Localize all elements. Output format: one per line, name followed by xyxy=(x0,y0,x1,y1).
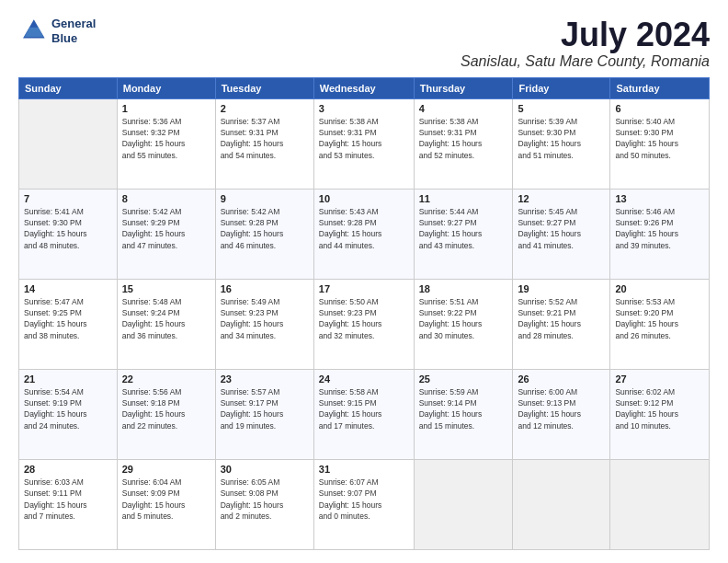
day-number: 17 xyxy=(319,283,409,294)
day-number: 18 xyxy=(419,283,508,294)
day-info: Sunrise: 5:37 AM Sunset: 9:31 PM Dayligh… xyxy=(221,116,309,161)
day-cell: 18Sunrise: 5:51 AM Sunset: 9:22 PM Dayli… xyxy=(414,279,513,369)
week-row-2: 7Sunrise: 5:41 AM Sunset: 9:30 PM Daylig… xyxy=(19,189,710,279)
day-number: 30 xyxy=(221,464,309,475)
week-row-4: 21Sunrise: 5:54 AM Sunset: 9:19 PM Dayli… xyxy=(19,369,710,459)
header: General Blue July 2024 Sanislau, Satu Ma… xyxy=(18,17,710,70)
day-info: Sunrise: 5:54 AM Sunset: 9:19 PM Dayligh… xyxy=(24,386,112,431)
day-info: Sunrise: 5:47 AM Sunset: 9:25 PM Dayligh… xyxy=(24,296,112,341)
day-info: Sunrise: 6:07 AM Sunset: 9:07 PM Dayligh… xyxy=(319,477,409,522)
day-cell: 25Sunrise: 5:59 AM Sunset: 9:14 PM Dayli… xyxy=(414,369,513,459)
calendar-table: SundayMondayTuesdayWednesdayThursdayFrid… xyxy=(18,77,710,550)
title-block: July 2024 Sanislau, Satu Mare County, Ro… xyxy=(461,17,710,70)
day-number: 8 xyxy=(122,193,210,204)
header-cell-thursday: Thursday xyxy=(414,77,513,98)
day-cell: 9Sunrise: 5:42 AM Sunset: 9:28 PM Daylig… xyxy=(215,189,313,279)
day-number: 13 xyxy=(615,193,704,204)
day-cell: 1Sunrise: 5:36 AM Sunset: 9:32 PM Daylig… xyxy=(117,98,215,189)
day-cell xyxy=(19,98,118,189)
day-info: Sunrise: 5:42 AM Sunset: 9:29 PM Dayligh… xyxy=(122,206,210,251)
day-cell: 2Sunrise: 5:37 AM Sunset: 9:31 PM Daylig… xyxy=(215,98,313,189)
day-number: 23 xyxy=(221,373,309,385)
header-cell-saturday: Saturday xyxy=(610,77,710,98)
day-number: 9 xyxy=(221,193,309,204)
day-number: 2 xyxy=(221,103,309,114)
day-cell: 12Sunrise: 5:45 AM Sunset: 9:27 PM Dayli… xyxy=(513,189,610,279)
day-info: Sunrise: 5:46 AM Sunset: 9:26 PM Dayligh… xyxy=(615,206,704,251)
day-number: 28 xyxy=(24,464,112,475)
day-cell: 26Sunrise: 6:00 AM Sunset: 9:13 PM Dayli… xyxy=(513,369,610,459)
logo-line1: General xyxy=(51,17,96,31)
header-row: SundayMondayTuesdayWednesdayThursdayFrid… xyxy=(19,77,710,98)
header-cell-monday: Monday xyxy=(117,77,215,98)
day-cell: 21Sunrise: 5:54 AM Sunset: 9:19 PM Dayli… xyxy=(19,369,118,459)
day-number: 16 xyxy=(221,283,309,294)
day-info: Sunrise: 5:53 AM Sunset: 9:20 PM Dayligh… xyxy=(615,296,704,341)
day-cell: 30Sunrise: 6:05 AM Sunset: 9:08 PM Dayli… xyxy=(215,459,313,549)
day-cell: 17Sunrise: 5:50 AM Sunset: 9:23 PM Dayli… xyxy=(313,279,414,369)
day-cell: 5Sunrise: 5:39 AM Sunset: 9:30 PM Daylig… xyxy=(513,98,610,189)
day-info: Sunrise: 6:00 AM Sunset: 9:13 PM Dayligh… xyxy=(518,386,605,431)
day-info: Sunrise: 5:56 AM Sunset: 9:18 PM Dayligh… xyxy=(122,386,210,431)
day-cell: 28Sunrise: 6:03 AM Sunset: 9:11 PM Dayli… xyxy=(19,459,118,549)
day-number: 25 xyxy=(419,373,508,385)
calendar-title: July 2024 xyxy=(461,17,710,53)
day-cell: 20Sunrise: 5:53 AM Sunset: 9:20 PM Dayli… xyxy=(610,279,710,369)
week-row-1: 1Sunrise: 5:36 AM Sunset: 9:32 PM Daylig… xyxy=(19,98,710,189)
day-info: Sunrise: 5:44 AM Sunset: 9:27 PM Dayligh… xyxy=(419,206,508,251)
day-number: 24 xyxy=(319,373,409,385)
header-cell-sunday: Sunday xyxy=(19,77,118,98)
day-number: 15 xyxy=(122,283,210,294)
day-number: 7 xyxy=(24,193,112,204)
day-cell: 22Sunrise: 5:56 AM Sunset: 9:18 PM Dayli… xyxy=(117,369,215,459)
header-cell-wednesday: Wednesday xyxy=(313,77,414,98)
day-info: Sunrise: 5:41 AM Sunset: 9:30 PM Dayligh… xyxy=(24,206,112,251)
day-cell xyxy=(610,459,710,549)
calendar-subtitle: Sanislau, Satu Mare County, Romania xyxy=(461,53,710,70)
day-info: Sunrise: 5:49 AM Sunset: 9:23 PM Dayligh… xyxy=(221,296,309,341)
day-info: Sunrise: 5:36 AM Sunset: 9:32 PM Dayligh… xyxy=(122,116,210,161)
day-cell: 15Sunrise: 5:48 AM Sunset: 9:24 PM Dayli… xyxy=(117,279,215,369)
day-info: Sunrise: 6:03 AM Sunset: 9:11 PM Dayligh… xyxy=(24,477,112,522)
day-number: 26 xyxy=(518,373,605,385)
day-cell xyxy=(513,459,610,549)
day-number: 5 xyxy=(518,103,605,114)
day-number: 12 xyxy=(518,193,605,204)
day-number: 31 xyxy=(319,464,409,475)
day-cell: 3Sunrise: 5:38 AM Sunset: 9:31 PM Daylig… xyxy=(313,98,414,189)
day-cell: 11Sunrise: 5:44 AM Sunset: 9:27 PM Dayli… xyxy=(414,189,513,279)
day-cell: 27Sunrise: 6:02 AM Sunset: 9:12 PM Dayli… xyxy=(610,369,710,459)
week-row-3: 14Sunrise: 5:47 AM Sunset: 9:25 PM Dayli… xyxy=(19,279,710,369)
day-info: Sunrise: 5:50 AM Sunset: 9:23 PM Dayligh… xyxy=(319,296,409,341)
day-cell: 24Sunrise: 5:58 AM Sunset: 9:15 PM Dayli… xyxy=(313,369,414,459)
day-cell: 6Sunrise: 5:40 AM Sunset: 9:30 PM Daylig… xyxy=(610,98,710,189)
day-number: 22 xyxy=(122,373,210,385)
header-cell-tuesday: Tuesday xyxy=(215,77,313,98)
day-info: Sunrise: 5:38 AM Sunset: 9:31 PM Dayligh… xyxy=(419,116,508,161)
logo: General Blue xyxy=(18,17,96,46)
day-cell: 29Sunrise: 6:04 AM Sunset: 9:09 PM Dayli… xyxy=(117,459,215,549)
day-number: 21 xyxy=(24,373,112,385)
day-cell: 16Sunrise: 5:49 AM Sunset: 9:23 PM Dayli… xyxy=(215,279,313,369)
svg-marker-1 xyxy=(25,28,43,37)
day-info: Sunrise: 5:51 AM Sunset: 9:22 PM Dayligh… xyxy=(419,296,508,341)
day-info: Sunrise: 5:45 AM Sunset: 9:27 PM Dayligh… xyxy=(518,206,605,251)
day-info: Sunrise: 5:38 AM Sunset: 9:31 PM Dayligh… xyxy=(319,116,409,161)
logo-icon xyxy=(18,17,48,46)
day-number: 14 xyxy=(24,283,112,294)
day-cell: 14Sunrise: 5:47 AM Sunset: 9:25 PM Dayli… xyxy=(19,279,118,369)
week-row-5: 28Sunrise: 6:03 AM Sunset: 9:11 PM Dayli… xyxy=(19,459,710,549)
day-info: Sunrise: 5:42 AM Sunset: 9:28 PM Dayligh… xyxy=(221,206,309,251)
day-number: 29 xyxy=(122,464,210,475)
day-number: 3 xyxy=(319,103,409,114)
day-info: Sunrise: 5:58 AM Sunset: 9:15 PM Dayligh… xyxy=(319,386,409,431)
day-cell: 4Sunrise: 5:38 AM Sunset: 9:31 PM Daylig… xyxy=(414,98,513,189)
day-info: Sunrise: 6:04 AM Sunset: 9:09 PM Dayligh… xyxy=(122,477,210,522)
day-cell: 7Sunrise: 5:41 AM Sunset: 9:30 PM Daylig… xyxy=(19,189,118,279)
day-cell: 31Sunrise: 6:07 AM Sunset: 9:07 PM Dayli… xyxy=(313,459,414,549)
day-info: Sunrise: 5:40 AM Sunset: 9:30 PM Dayligh… xyxy=(615,116,704,161)
calendar-body: 1Sunrise: 5:36 AM Sunset: 9:32 PM Daylig… xyxy=(19,98,710,549)
page: General Blue July 2024 Sanislau, Satu Ma… xyxy=(0,0,728,563)
day-number: 27 xyxy=(615,373,704,385)
day-info: Sunrise: 6:05 AM Sunset: 9:08 PM Dayligh… xyxy=(221,477,309,522)
